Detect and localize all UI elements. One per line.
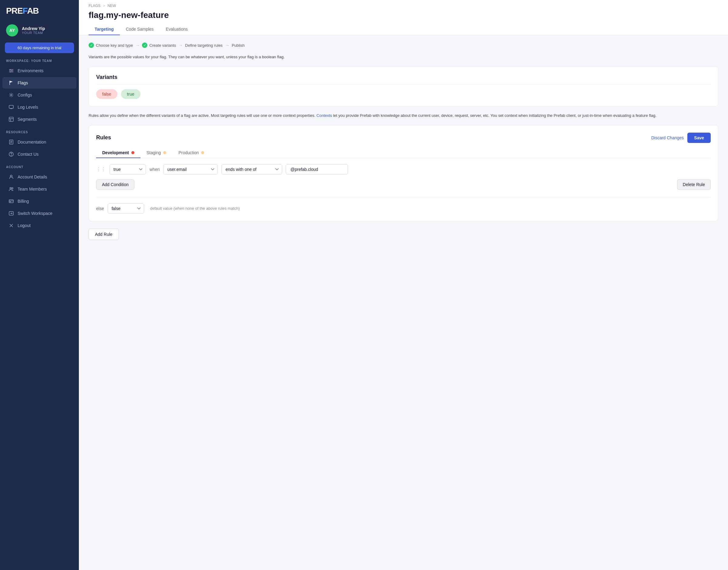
user-info: Andrew Yip YOUR TEAM (22, 26, 45, 35)
variants-row: false true (96, 89, 711, 99)
billing-label: Billing (18, 199, 29, 204)
resources-label: RESOURCES (0, 130, 79, 136)
switch-icon (8, 211, 14, 216)
sidebar-item-log-levels[interactable]: Log Levels (2, 101, 76, 113)
condition-value-input[interactable] (286, 164, 348, 175)
variant-select[interactable]: true false (109, 164, 146, 175)
add-rule-button[interactable]: Add Rule (89, 229, 119, 240)
trial-badge[interactable]: 60 days remaining in trial (5, 42, 74, 53)
sidebar: PREFAB AY Andrew Yip YOUR TEAM 60 days r… (0, 0, 79, 570)
development-label: Development (102, 150, 129, 155)
logout-label: Logout (18, 223, 31, 228)
gear-icon (8, 92, 14, 98)
env-tab-bar: Development Staging Production (96, 148, 711, 158)
main-content: FLAGS > NEW flag.my-new-feature Targetin… (79, 0, 728, 570)
people-icon (8, 186, 14, 192)
step-check-1: ✓ (89, 42, 94, 48)
variants-description: Variants are the possible values for you… (89, 54, 718, 60)
svg-point-19 (10, 188, 12, 189)
env-tab-staging[interactable]: Staging (140, 148, 172, 158)
else-variant-select[interactable]: false true (108, 203, 144, 214)
step-label-2: Create variants (149, 43, 176, 48)
delete-rule-button[interactable]: Delete Rule (677, 180, 711, 190)
tab-code-samples[interactable]: Code Samples (120, 24, 160, 35)
segments-label: Segments (18, 117, 37, 122)
breadcrumb: FLAGS > NEW (89, 4, 718, 8)
svg-point-3 (10, 69, 11, 70)
rules-title: Rules (96, 134, 111, 141)
message-icon (8, 104, 14, 110)
variants-title: Variants (96, 74, 711, 84)
breadcrumb-parent: FLAGS (89, 4, 100, 8)
content-area: ✓ Choose key and type → ✓ Create variant… (79, 35, 728, 570)
box-icon (8, 116, 14, 122)
sidebar-item-account-details[interactable]: Account Details (2, 171, 76, 183)
sidebar-item-billing[interactable]: Billing (2, 196, 76, 207)
environments-label: Environments (18, 68, 44, 73)
rules-header: Rules Discard Changes Save (96, 132, 711, 143)
svg-point-4 (12, 70, 12, 71)
sidebar-item-team-members[interactable]: Team Members (2, 183, 76, 195)
condition-select[interactable]: ends with one of starts with one of is o… (221, 164, 282, 175)
page-title: flag.my-new-feature (89, 10, 718, 20)
step-label-1: Choose key and type (96, 43, 133, 48)
sidebar-item-logout[interactable]: Logout (2, 220, 76, 231)
step-arrow-3: → (225, 43, 229, 48)
env-tab-production[interactable]: Production (172, 148, 210, 158)
when-label: when (149, 167, 159, 172)
else-label: else (96, 206, 104, 211)
else-section: else false true default value (when none… (96, 197, 711, 214)
svg-point-5 (10, 72, 11, 72)
sidebar-item-contact-us[interactable]: Contact Us (2, 149, 76, 160)
user-section: AY Andrew Yip YOUR TEAM (0, 21, 79, 42)
logo: PREFAB (0, 0, 79, 21)
variants-card: Variants false true (89, 66, 718, 106)
staging-dot (163, 151, 166, 154)
svg-point-17 (11, 156, 12, 156)
production-dot (201, 151, 204, 154)
drag-handle[interactable]: ⋮⋮ (96, 166, 106, 172)
save-button[interactable]: Save (687, 132, 711, 143)
step-key-type: ✓ Choose key and type (89, 42, 133, 48)
contact-us-label: Contact Us (18, 152, 39, 157)
documentation-label: Documentation (18, 139, 46, 145)
tab-evaluations[interactable]: Evaluations (160, 24, 194, 35)
breadcrumb-current: NEW (107, 4, 116, 8)
card-icon (8, 199, 14, 204)
sidebar-item-environments[interactable]: Environments (2, 65, 76, 76)
svg-rect-9 (9, 117, 13, 121)
env-tab-development[interactable]: Development (96, 148, 140, 158)
add-condition-button[interactable]: Add Condition (96, 180, 134, 190)
else-description: default value (when none of the above ru… (150, 206, 240, 211)
step-create-variants: ✓ Create variants (142, 42, 176, 48)
switch-workspace-label: Switch Workspace (18, 211, 52, 216)
step-arrow-2: → (178, 43, 183, 48)
sidebar-item-switch-workspace[interactable]: Switch Workspace (2, 208, 76, 219)
log-levels-label: Log Levels (18, 105, 38, 109)
context-select[interactable]: user.email user.id user.name (163, 164, 218, 175)
logo-text: PREFAB (6, 6, 39, 16)
x-icon (8, 223, 14, 228)
step-targeting-rules: Define targeting rules (185, 43, 223, 48)
discard-changes-button[interactable]: Discard Changes (651, 135, 684, 140)
step-publish: Publish (232, 43, 245, 48)
svg-point-18 (10, 175, 12, 177)
production-label: Production (178, 150, 199, 155)
rule-row: ⋮⋮ true false when user.email user.id us… (96, 164, 711, 175)
sidebar-item-flags[interactable]: Flags (2, 77, 76, 89)
sidebar-item-segments[interactable]: Segments (2, 113, 76, 125)
flag-icon (8, 80, 14, 85)
tab-targeting[interactable]: Targeting (89, 24, 120, 35)
svg-point-7 (11, 94, 12, 96)
flags-label: Flags (18, 80, 28, 85)
avatar: AY (6, 24, 18, 36)
step-label-4: Publish (232, 43, 245, 48)
contexts-link[interactable]: Contexts (316, 113, 333, 118)
rules-card: Rules Discard Changes Save Development S… (89, 125, 718, 221)
team-members-label: Team Members (18, 187, 47, 192)
rules-desc-before: Rules allow you define when the differen… (89, 113, 315, 118)
sidebar-item-documentation[interactable]: Documentation (2, 136, 76, 148)
sliders-icon (8, 68, 14, 73)
sidebar-item-configs[interactable]: Configs (2, 89, 76, 101)
workspace-label: WORKSPACE: YOUR TEAM (0, 59, 79, 65)
